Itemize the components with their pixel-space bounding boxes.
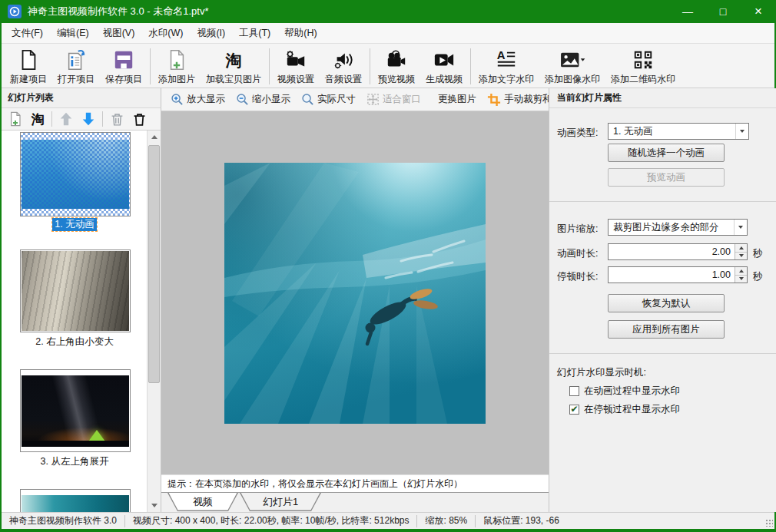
- restore-default-button[interactable]: 恢复为默认: [608, 294, 725, 312]
- fit-window-icon: [366, 93, 380, 106]
- clear-all-slides-button[interactable]: [129, 110, 149, 128]
- pause-duration-up-button[interactable]: [735, 267, 747, 275]
- arrow-down-icon: [81, 111, 96, 127]
- save-project-button[interactable]: 保存项目: [100, 45, 148, 88]
- add-image-watermark-button[interactable]: 添加图像水印: [539, 45, 605, 88]
- preview-canvas[interactable]: [161, 111, 549, 474]
- image-scale-dropdown[interactable]: 裁剪图片边缘多余的部分: [608, 219, 748, 236]
- fit-window-button[interactable]: 适合窗口: [362, 91, 426, 108]
- add-slide-button[interactable]: [5, 110, 25, 128]
- close-button[interactable]: ×: [741, 0, 776, 23]
- anim-duration-up-button[interactable]: [735, 244, 747, 252]
- scroll-down-button[interactable]: [148, 499, 161, 512]
- menu-file[interactable]: 文件(F): [5, 24, 50, 43]
- scrollbar-thumb[interactable]: [148, 145, 160, 383]
- move-slide-down-button[interactable]: [78, 110, 98, 128]
- apply-to-all-button[interactable]: 应用到所有图片: [608, 320, 725, 339]
- zoom-out-icon: [236, 93, 249, 106]
- preview-video-icon: [386, 48, 407, 72]
- generate-video-icon: [433, 48, 455, 72]
- arrow-up-icon: [58, 111, 74, 127]
- checkbox-unchecked[interactable]: [569, 386, 579, 396]
- viewer-toolbar: 放大显示 缩小显示 实际尺寸 适合窗口 更换图片 手动裁剪和翻转: [161, 88, 549, 111]
- zoom-in-button[interactable]: 放大显示: [166, 91, 230, 108]
- menu-help[interactable]: 帮助(H): [277, 24, 323, 43]
- slide-thumbnail-3[interactable]: [20, 369, 131, 452]
- slide-thumbnail-2[interactable]: [20, 249, 131, 332]
- load-taobao-images-button[interactable]: 淘 加载宝贝图片: [201, 45, 267, 88]
- anim-duration-input[interactable]: 2.00: [608, 243, 748, 260]
- add-text-watermark-button[interactable]: A 添加文字水印: [473, 45, 539, 88]
- add-image-icon: [166, 48, 187, 72]
- slide-1-image: [22, 140, 129, 209]
- pause-duration-input[interactable]: 1.00: [608, 266, 748, 283]
- preview-video-button[interactable]: 预览视频: [373, 45, 420, 88]
- load-taobao-slide-button[interactable]: 淘: [28, 110, 48, 128]
- slide-thumbnail-4[interactable]: [20, 489, 131, 512]
- slide-3-caption: 3. 从左上角展开: [2, 455, 148, 468]
- preview-animation-button[interactable]: 预览动画: [608, 168, 725, 187]
- add-image-button[interactable]: 添加图片: [153, 45, 201, 88]
- tent-shape: [88, 430, 105, 441]
- properties-header: 当前幻灯片属性: [549, 88, 776, 108]
- trash-icon: [110, 112, 124, 127]
- hint-text: 提示：在本页添加的水印，将仅会显示在本幻灯片画面上（幻灯片水印）: [167, 477, 463, 491]
- move-slide-up-button[interactable]: [56, 110, 76, 128]
- show-watermark-during-pause-option[interactable]: ✔ 在停顿过程中显示水印: [569, 403, 680, 416]
- slide-2-caption: 2. 右上角由小变大: [2, 335, 148, 349]
- taobao-icon: 淘: [226, 48, 242, 72]
- animation-type-dropdown[interactable]: 1. 无动画: [608, 123, 749, 140]
- tab-slide1[interactable]: 幻灯片1: [240, 493, 321, 511]
- viewer-tabbar: 视频 幻灯片1: [161, 492, 549, 512]
- status-zoom-level: 缩放: 85%: [417, 514, 475, 527]
- app-logo-icon: [8, 5, 22, 18]
- status-mouse-position: 鼠标位置: 193, -66: [476, 514, 567, 527]
- toolbar-separator: [150, 48, 151, 84]
- slide-list-scrollbar[interactable]: [148, 131, 161, 512]
- anim-duration-down-button[interactable]: [735, 252, 747, 260]
- menu-video[interactable]: 视频(I): [190, 24, 232, 43]
- slide-2-image: [22, 251, 129, 331]
- text-watermark-icon: A: [496, 48, 517, 72]
- replace-image-button[interactable]: 更换图片: [433, 91, 481, 108]
- video-settings-button[interactable]: 视频设置: [272, 45, 320, 88]
- chevron-down-icon: [735, 124, 748, 139]
- toolbar-separator: [269, 48, 270, 84]
- image-watermark-icon: [559, 48, 585, 72]
- menu-edit[interactable]: 编辑(E): [50, 24, 96, 43]
- zoom-out-button[interactable]: 缩小显示: [231, 91, 295, 108]
- check-icon: ✔: [570, 405, 578, 414]
- main-toolbar: 新建项目 打开项目 保存项目 添加图片 淘 加载宝贝图片 视频设置 音频设置: [2, 44, 774, 88]
- open-project-button[interactable]: 打开项目: [52, 45, 100, 88]
- maximize-button[interactable]: □: [705, 0, 741, 23]
- slide-1-caption[interactable]: 1. 无动画: [52, 218, 96, 231]
- minimize-button[interactable]: —: [670, 0, 705, 23]
- audio-settings-button[interactable]: 音频设置: [320, 45, 367, 88]
- actual-size-icon: [301, 93, 314, 106]
- save-project-icon: [113, 48, 134, 72]
- add-qrcode-watermark-button[interactable]: 添加二维码水印: [605, 45, 681, 88]
- random-animation-button[interactable]: 随机选择一个动画: [608, 144, 725, 162]
- trash-all-icon: [132, 112, 147, 127]
- qrcode-watermark-icon: [632, 48, 654, 72]
- pause-duration-down-button[interactable]: [735, 275, 747, 283]
- tab-video[interactable]: 视频: [167, 493, 238, 511]
- delete-slide-button[interactable]: [107, 110, 127, 128]
- resize-grip[interactable]: [765, 519, 773, 527]
- menu-view[interactable]: 视图(V): [96, 24, 142, 43]
- audio-settings-icon: [333, 48, 354, 72]
- new-project-icon: [18, 48, 39, 72]
- slide-thumbnail-1[interactable]: [20, 132, 131, 216]
- show-watermark-during-animation-option[interactable]: 在动画过程中显示水印: [569, 385, 680, 398]
- actual-size-button[interactable]: 实际尺寸: [297, 91, 360, 108]
- slide-preview-image: [224, 163, 486, 424]
- menu-tools[interactable]: 工具(T): [232, 24, 277, 43]
- checkbox-checked[interactable]: ✔: [569, 405, 579, 415]
- generate-video-button[interactable]: 生成视频: [420, 45, 468, 88]
- scroll-up-button[interactable]: [148, 131, 161, 144]
- slide-list-header: 幻灯片列表: [2, 88, 161, 108]
- menu-watermark[interactable]: 水印(W): [141, 24, 190, 43]
- menubar: 文件(F) 编辑(E) 视图(V) 水印(W) 视频(I) 工具(T) 帮助(H…: [2, 23, 774, 44]
- new-project-button[interactable]: 新建项目: [5, 45, 52, 88]
- open-project-icon: [65, 48, 87, 72]
